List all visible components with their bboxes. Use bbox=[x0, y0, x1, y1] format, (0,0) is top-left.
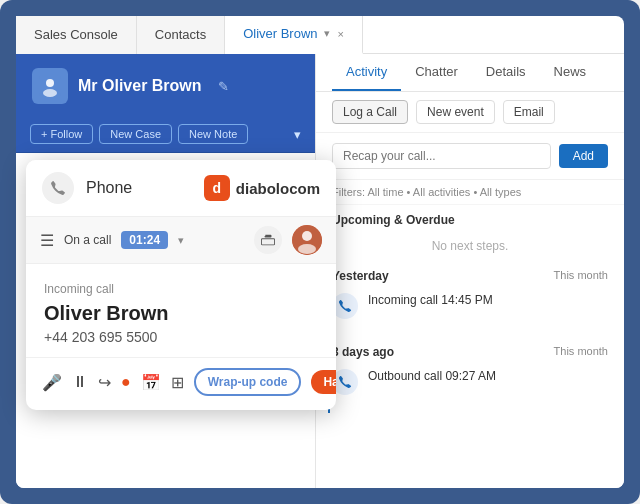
calendar-icon[interactable]: 📅 bbox=[141, 373, 161, 392]
timer-badge: 01:24 bbox=[121, 231, 168, 249]
diabolocom-logo: d diabolocom bbox=[204, 175, 320, 201]
wrap-up-button[interactable]: Wrap-up code bbox=[194, 368, 302, 396]
hamburger-icon[interactable]: ☰ bbox=[40, 231, 54, 250]
tab-details[interactable]: Details bbox=[472, 54, 540, 91]
svg-point-1 bbox=[46, 79, 54, 87]
contact-avatar bbox=[32, 68, 68, 104]
svg-point-5 bbox=[298, 244, 316, 254]
contacts-label: Contacts bbox=[155, 27, 206, 42]
new-case-label: New Case bbox=[110, 128, 161, 140]
add-button[interactable]: Add bbox=[559, 144, 608, 168]
on-a-call-badge: On a call bbox=[64, 233, 111, 247]
3days-this-month: This month bbox=[554, 345, 608, 359]
top-nav: Sales Console Contacts Oliver Brown ▾ × bbox=[16, 16, 624, 54]
tab-chatter[interactable]: Chatter bbox=[401, 54, 472, 91]
section-upcoming: Upcoming & Overdue bbox=[316, 205, 624, 231]
user-avatar bbox=[292, 225, 322, 255]
phone-icon bbox=[42, 172, 74, 204]
upcoming-header: Upcoming & Overdue bbox=[332, 213, 455, 227]
phone-widget-header: Phone d diabolocom bbox=[26, 160, 336, 217]
contact-name: Mr Oliver Brown bbox=[78, 77, 202, 95]
oliver-brown-label: Oliver Brown bbox=[243, 26, 317, 41]
svg-point-4 bbox=[302, 231, 312, 241]
no-steps: No next steps. bbox=[316, 231, 624, 261]
tab-news[interactable]: News bbox=[540, 54, 601, 91]
yesterday-header: Yesterday bbox=[332, 269, 389, 283]
filters-row: Filters: All time • All activities • All… bbox=[316, 180, 624, 205]
sales-console-label: Sales Console bbox=[34, 27, 118, 42]
follow-label: + Follow bbox=[41, 128, 82, 140]
sub-tab-email[interactable]: Email bbox=[503, 100, 555, 124]
hang-up-button[interactable]: Hang up bbox=[311, 370, 336, 394]
diabolocom-text: diabolocom bbox=[236, 180, 320, 197]
mic-icon[interactable]: 🎤 bbox=[42, 373, 62, 392]
timer-chevron-icon[interactable]: ▾ bbox=[178, 234, 184, 247]
filters-text: Filters: All time • All activities • All… bbox=[332, 186, 521, 198]
transfer-icon[interactable] bbox=[254, 226, 282, 254]
section-3days: 3 days ago This month bbox=[316, 337, 624, 363]
chevron-down-icon: ▾ bbox=[324, 27, 330, 40]
recap-input[interactable] bbox=[332, 143, 551, 169]
3days-header: 3 days ago bbox=[332, 345, 394, 359]
new-case-button[interactable]: New Case bbox=[99, 124, 172, 144]
tab-activity[interactable]: Activity bbox=[332, 54, 401, 91]
follow-button[interactable]: + Follow bbox=[30, 124, 93, 144]
main-wrapper: Sales Console Contacts Oliver Brown ▾ × bbox=[0, 0, 640, 504]
pause-icon[interactable]: ⏸ bbox=[72, 373, 88, 391]
close-tab-icon[interactable]: × bbox=[338, 28, 344, 40]
sub-tabs-bar: Log a Call New event Email bbox=[316, 92, 624, 133]
grid-icon[interactable]: ⊞ bbox=[171, 373, 184, 392]
nav-tab-contacts[interactable]: Contacts bbox=[137, 16, 225, 54]
record-icon[interactable]: ● bbox=[121, 373, 131, 391]
contact-header: Mr Oliver Brown ✎ bbox=[16, 54, 315, 116]
caller-name: Oliver Brown bbox=[44, 302, 318, 325]
new-note-label: New Note bbox=[189, 128, 237, 140]
actions-dropdown-icon[interactable]: ▾ bbox=[294, 127, 301, 142]
phone-label: Phone bbox=[86, 179, 192, 197]
sub-tab-log-call[interactable]: Log a Call bbox=[332, 100, 408, 124]
diabolocom-d-icon: d bbox=[204, 175, 230, 201]
incoming-call-info: Incoming call Oliver Brown +44 203 695 5… bbox=[26, 264, 336, 357]
caller-number: +44 203 695 5500 bbox=[44, 329, 318, 345]
forward-icon[interactable]: ↪ bbox=[98, 373, 111, 392]
phone-status-bar: ☰ On a call 01:24 ▾ bbox=[26, 217, 336, 264]
yesterday-this-month: This month bbox=[554, 269, 608, 283]
contact-actions: + Follow New Case New Note ▾ bbox=[16, 116, 315, 153]
recap-row: Add bbox=[316, 133, 624, 180]
incoming-call-text: Incoming call 14:45 PM bbox=[368, 293, 493, 307]
nav-tab-oliver-brown[interactable]: Oliver Brown ▾ × bbox=[225, 16, 363, 54]
sub-tab-new-event[interactable]: New event bbox=[416, 100, 495, 124]
phone-widget: Phone d diabolocom ☰ On a call 01:24 ▾ bbox=[26, 160, 336, 410]
activity-incoming-call: Incoming call 14:45 PM bbox=[316, 287, 624, 325]
right-panel: Activity Chatter Details News Log a Call bbox=[316, 54, 624, 488]
tabs-bar: Activity Chatter Details News bbox=[316, 54, 624, 92]
outbound-call-text: Outbound call 09:27 AM bbox=[368, 369, 496, 383]
incoming-label: Incoming call bbox=[44, 282, 318, 296]
section-yesterday: Yesterday This month bbox=[316, 261, 624, 287]
activity-outbound-call: Outbound call 09:27 AM bbox=[316, 363, 624, 401]
svg-point-2 bbox=[43, 89, 57, 97]
contact-edit-icon[interactable]: ✎ bbox=[218, 79, 229, 94]
nav-tab-sales-console[interactable]: Sales Console bbox=[16, 16, 137, 54]
phone-actions: 🎤 ⏸ ↪ ● 📅 ⊞ Wrap-up code Hang up bbox=[26, 357, 336, 410]
new-note-button[interactable]: New Note bbox=[178, 124, 248, 144]
